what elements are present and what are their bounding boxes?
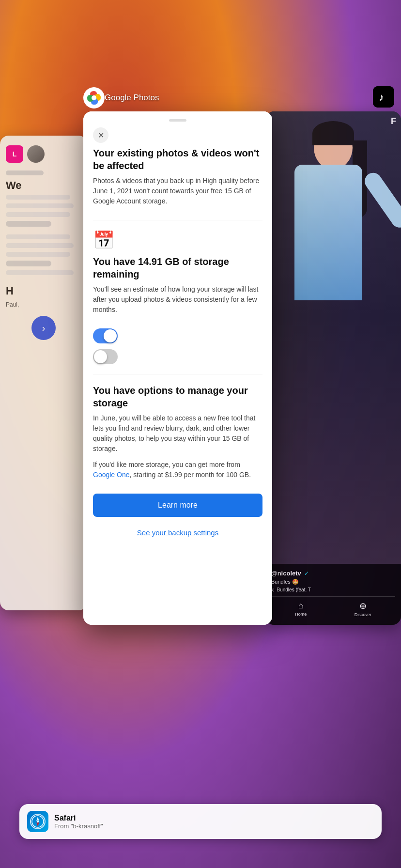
safari-compass-icon: [30, 814, 46, 829]
google-photos-app-name: Google Photos: [105, 93, 159, 103]
toggle-2[interactable]: [93, 349, 118, 364]
left-heading: We: [6, 179, 81, 192]
calendar-icon: 📅: [93, 230, 262, 250]
line6: [6, 243, 74, 248]
tiktok-bottom-ui: @nicoletv ✓ Bundles 🤩 ♫ Bundles (feat. T…: [265, 564, 401, 625]
section2-body: You'll see an estimate of how long your …: [93, 284, 262, 315]
tiktok-song: ♫ Bundles (feat. T: [271, 587, 395, 592]
safari-icon: [27, 811, 48, 832]
backup-settings-link[interactable]: See your backup settings: [93, 525, 262, 541]
avatar-circle: [27, 145, 45, 163]
app-switcher: L We H: [0, 0, 401, 868]
discover-icon: ⊕: [359, 601, 367, 611]
tiktok-bg: F: [265, 111, 401, 625]
tiktok-body: [294, 165, 362, 300]
tiktok-hair-top: [312, 121, 354, 145]
google-photos-icon: [83, 87, 105, 108]
svg-marker-6: [36, 822, 39, 826]
card-left[interactable]: L We H: [0, 136, 87, 610]
tiktok-logo-svg: ♪: [373, 86, 394, 108]
tiktok-arm: [361, 170, 401, 231]
modal-body: Your existing photos & videos won't be a…: [83, 147, 272, 555]
section3-body2: If you'd like more storage, you can get …: [93, 460, 262, 480]
lyft-icon: L: [6, 145, 23, 163]
svg-point-1: [92, 95, 96, 100]
tiktok-username: @nicoletv: [271, 570, 301, 577]
google-one-link[interactable]: Google One: [93, 471, 130, 479]
tiktok-verified: ✓: [304, 570, 309, 577]
toggle-group: [93, 328, 262, 364]
line4: [6, 221, 51, 227]
section-manage: You have options to manage your storage …: [93, 384, 262, 480]
tiktok-discover-label: Discover: [355, 612, 371, 617]
google-photos-svg: [83, 87, 105, 108]
safari-notification[interactable]: Safari From "b-krasnoff": [19, 804, 382, 839]
tiktok-nav-discover[interactable]: ⊕ Discover: [355, 601, 371, 617]
tiktok-caption: Bundles 🤩: [271, 579, 395, 585]
line1: [6, 195, 70, 200]
toggle-row-2: [93, 349, 262, 364]
tiktok-nav-home[interactable]: ⌂ Home: [295, 601, 307, 617]
drag-handle: [169, 119, 186, 122]
line2: [6, 203, 74, 208]
safari-subtitle: From "b-krasnoff": [54, 822, 103, 830]
card-tiktok[interactable]: F @nicoletv ✓ Bundles 🤩 ♫ Bundles (feat.…: [265, 111, 401, 625]
tiktok-home-label: Home: [295, 612, 307, 617]
toggle-2-thumb: [94, 350, 107, 363]
line8: [6, 261, 51, 266]
safari-title: Safari: [54, 814, 103, 822]
svg-point-8: [37, 821, 39, 822]
line3: [6, 212, 70, 217]
tiktok-label-bar: ♪: [373, 86, 394, 108]
toggle-1[interactable]: [93, 328, 118, 343]
price-text: , starting at $1.99 per month for 100 GB…: [130, 471, 251, 479]
tiktok-song-text: Bundles (feat. T: [277, 587, 311, 592]
line9: [6, 270, 74, 275]
google-photos-label-bar: Google Photos: [83, 87, 159, 108]
section1-title: Your existing photos & videos won't be a…: [93, 147, 262, 172]
section2-title: You have 14.91 GB of storage remaining: [93, 255, 262, 280]
tiktok-icon: ♪: [373, 86, 394, 108]
divider2: [93, 374, 262, 374]
modal-header: ✕: [83, 111, 272, 147]
learn-more-button[interactable]: Learn more: [93, 494, 262, 517]
left-paul: Paul,: [6, 301, 81, 308]
section3-title: You have options to manage your storage: [93, 384, 262, 409]
line5: [6, 234, 70, 239]
tiktok-f-letter: F: [391, 116, 396, 126]
tiktok-nav: ⌂ Home ⊕ Discover: [271, 596, 395, 619]
section1-body: Photos & videos that you back up in High…: [93, 176, 262, 206]
modal-content: ✕ Your existing photos & videos won't be…: [83, 111, 272, 625]
section-storage: 📅 You have 14.91 GB of storage remaining…: [93, 230, 262, 315]
left-h: H: [6, 285, 81, 297]
safari-text: Safari From "b-krasnoff": [54, 814, 103, 830]
toggle-row-1: [93, 328, 262, 343]
svg-marker-5: [36, 817, 39, 821]
toggle-1-thumb: [104, 329, 117, 342]
close-button[interactable]: ✕: [93, 127, 108, 143]
section3-body1: In June, you will be able to access a ne…: [93, 413, 262, 454]
google-photos-modal-card[interactable]: ✕ Your existing photos & videos won't be…: [83, 111, 272, 625]
section-existing-photos: Your existing photos & videos won't be a…: [93, 147, 262, 206]
tiktok-username-row: @nicoletv ✓: [271, 570, 395, 577]
divider1: [93, 220, 262, 220]
line7: [6, 252, 70, 257]
home-icon: ⌂: [298, 601, 304, 611]
svg-text:♪: ♪: [379, 91, 384, 103]
